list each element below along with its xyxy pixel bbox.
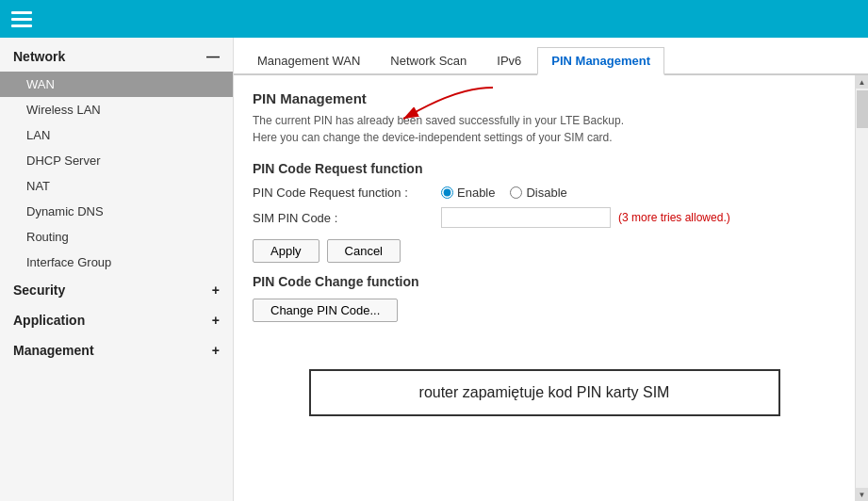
sidebar-security-header[interactable]: Security + <box>0 275 233 305</box>
annotation-text: router zapamiętuje kod PIN karty SIM <box>419 384 670 400</box>
network-label: Network <box>13 49 65 64</box>
scrollbar-down-arrow[interactable]: ▼ <box>856 488 869 501</box>
sim-pin-input[interactable] <box>441 207 611 228</box>
disable-radio[interactable] <box>510 186 522 199</box>
tab-network-scan[interactable]: Network Scan <box>376 47 481 75</box>
apply-button[interactable]: Apply <box>253 239 319 263</box>
sidebar-item-nat[interactable]: NAT <box>0 173 233 199</box>
pin-code-request-row: PIN Code Request function : Enable Disab… <box>253 186 836 200</box>
scrollbar-up-arrow[interactable]: ▲ <box>856 75 869 89</box>
disable-label: Disable <box>526 186 566 200</box>
sidebar: Network — WAN Wireless LAN LAN DHCP Serv… <box>0 38 234 501</box>
security-label: Security <box>13 283 65 298</box>
sim-pin-label: SIM PIN Code : <box>253 211 441 225</box>
hamburger-menu[interactable] <box>11 11 32 27</box>
sidebar-section-network: Network — WAN Wireless LAN LAN DHCP Serv… <box>0 41 233 275</box>
change-pin-btn-container: Change PIN Code... <box>253 299 836 322</box>
pin-code-request-title: PIN Code Request function <box>253 161 836 176</box>
management-expand-icon[interactable]: + <box>212 343 220 358</box>
cancel-button[interactable]: Cancel <box>327 239 401 263</box>
sim-pin-input-group: (3 more tries allowed.) <box>441 207 730 228</box>
tab-ipv6[interactable]: IPv6 <box>483 47 535 75</box>
enable-label: Enable <box>457 186 495 200</box>
annotation-box-container: router zapamiętuje kod PIN karty SIM <box>253 350 836 416</box>
enable-radio-option[interactable]: Enable <box>441 186 495 200</box>
sidebar-item-interface-group[interactable]: Interface Group <box>0 250 233 275</box>
sidebar-item-wireless-lan[interactable]: Wireless LAN <box>0 97 233 122</box>
tab-management-wan[interactable]: Management WAN <box>243 47 374 75</box>
sidebar-management-header[interactable]: Management + <box>0 335 233 365</box>
sidebar-application-header[interactable]: Application + <box>0 305 233 335</box>
tabs-bar: Management WAN Network Scan IPv6 PIN Man… <box>234 38 868 75</box>
network-collapse-icon[interactable]: — <box>206 49 220 64</box>
right-scrollbar: ▲ ▼ <box>855 75 868 501</box>
pin-change-title: PIN Code Change function <box>253 274 836 289</box>
page-description: The current PIN has already been saved s… <box>253 112 836 146</box>
enable-radio[interactable] <box>441 186 453 199</box>
red-arrow-annotation <box>399 83 512 125</box>
pin-code-request-label: PIN Code Request function : <box>253 186 441 200</box>
sidebar-section-management: Management + <box>0 335 233 365</box>
scrollbar-thumb[interactable] <box>857 90 868 128</box>
management-label: Management <box>13 343 94 358</box>
sidebar-item-dynamic-dns[interactable]: Dynamic DNS <box>0 199 233 224</box>
content-area: Management WAN Network Scan IPv6 PIN Man… <box>234 38 868 501</box>
sidebar-section-security: Security + <box>0 275 233 305</box>
topbar <box>0 0 868 38</box>
security-expand-icon[interactable]: + <box>212 283 220 298</box>
apply-cancel-row: Apply Cancel <box>253 239 836 263</box>
annotation-box: router zapamiętuje kod PIN karty SIM <box>309 369 780 416</box>
page-title: PIN Management <box>253 90 836 106</box>
tab-pin-management[interactable]: PIN Management <box>537 47 664 75</box>
sidebar-item-dhcp-server[interactable]: DHCP Server <box>0 148 233 173</box>
application-expand-icon[interactable]: + <box>212 313 220 328</box>
sim-pin-row: SIM PIN Code : (3 more tries allowed.) <box>253 207 836 228</box>
change-pin-button[interactable]: Change PIN Code... <box>253 299 398 322</box>
main-layout: Network — WAN Wireless LAN LAN DHCP Serv… <box>0 38 868 501</box>
sidebar-section-application: Application + <box>0 305 233 335</box>
sidebar-network-header[interactable]: Network — <box>0 41 233 72</box>
scrollbar-track <box>856 89 868 488</box>
sidebar-item-wan[interactable]: WAN <box>0 72 233 97</box>
tries-label: (3 more tries allowed.) <box>618 211 730 224</box>
disable-radio-option[interactable]: Disable <box>510 186 566 200</box>
enable-disable-group: Enable Disable <box>441 186 567 200</box>
sidebar-item-routing[interactable]: Routing <box>0 224 233 250</box>
content-scroll: PIN Management The current PIN has alrea… <box>234 75 855 501</box>
sidebar-item-lan[interactable]: LAN <box>0 122 233 148</box>
application-label: Application <box>13 313 85 328</box>
